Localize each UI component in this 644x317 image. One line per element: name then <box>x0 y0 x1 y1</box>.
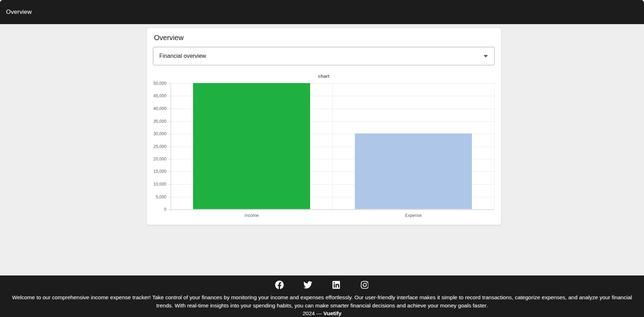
bar-income[interactable] <box>193 83 310 209</box>
x-axis-label: Income <box>244 213 258 218</box>
y-tick-label: 0 <box>164 207 166 212</box>
card-title: Overview <box>154 34 183 42</box>
social-icons-row <box>275 279 370 290</box>
app-bar-title: Overview <box>6 9 32 16</box>
copyright-year: 2024 — <box>303 310 322 316</box>
y-tick-label: 25,000 <box>153 144 166 149</box>
bar-expense[interactable] <box>355 133 472 209</box>
y-tick-label: 45,000 <box>153 93 166 98</box>
facebook-icon[interactable] <box>275 280 285 290</box>
main-content: Overview Financial overview chart 05,000… <box>0 24 644 275</box>
menu-down-icon <box>484 55 488 58</box>
y-tick-label: 40,000 <box>153 106 166 111</box>
footer-description: Welcome to our comprehensive income expe… <box>12 293 632 310</box>
instagram-icon[interactable] <box>360 280 370 290</box>
y-tick-label: 30,000 <box>153 131 166 136</box>
footer: Welcome to our comprehensive income expe… <box>0 275 644 317</box>
category-boundary-line <box>494 83 495 212</box>
y-tick-label: 50,000 <box>153 81 166 86</box>
x-axis-label: Expense <box>405 213 422 218</box>
y-tick-label: 20,000 <box>153 157 166 162</box>
overview-card: Overview Financial overview chart 05,000… <box>147 28 501 225</box>
select-value: Financial overview <box>159 53 484 59</box>
y-tick-label: 35,000 <box>153 119 166 124</box>
linkedin-icon[interactable] <box>331 280 341 290</box>
twitter-icon[interactable] <box>303 280 313 290</box>
report-type-select[interactable]: Financial overview <box>153 47 495 65</box>
y-axis-line <box>171 83 171 212</box>
page: { "app_bar": { "title": "Overview" }, "c… <box>0 0 644 317</box>
plot-area: 05,00010,00015,00020,00025,00030,00035,0… <box>171 83 494 209</box>
chart: chart 05,00010,00015,00020,00025,00030,0… <box>153 71 495 220</box>
y-tick-label: 15,000 <box>153 169 166 174</box>
footer-copyright: 2024 — Vuetify <box>303 310 342 317</box>
y-tick-label: 10,000 <box>153 182 166 187</box>
app-bar: Overview <box>0 0 644 24</box>
brand-name: Vuetify <box>323 310 341 316</box>
chart-title: chart <box>153 73 495 79</box>
y-tick-label: 5,000 <box>156 195 166 200</box>
category-boundary-line <box>332 83 333 212</box>
